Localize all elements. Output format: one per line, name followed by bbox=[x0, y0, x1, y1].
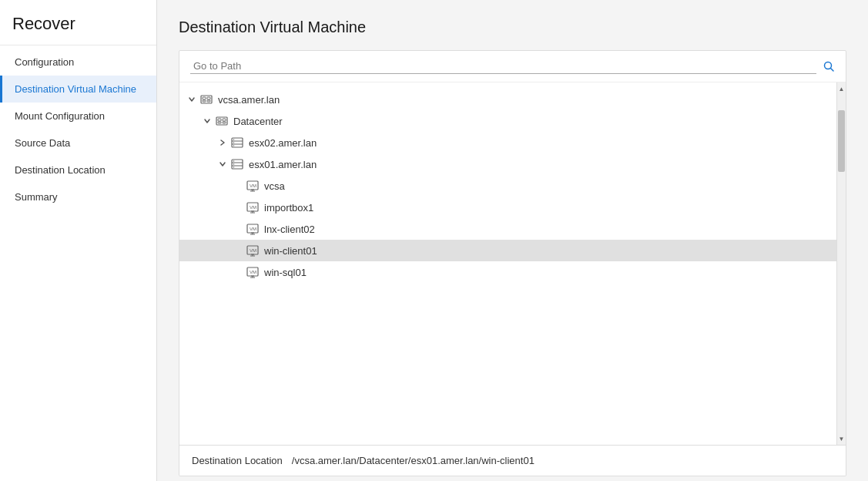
svg-rect-9 bbox=[223, 119, 226, 121]
svg-text:VM: VM bbox=[250, 270, 256, 274]
svg-text:VM: VM bbox=[250, 248, 256, 253]
app-title: Recover bbox=[0, 0, 156, 45]
tree-node-win-sql01[interactable]: VM win-sql01 bbox=[179, 261, 836, 283]
toggle-icon-esx02-amer-lan[interactable] bbox=[216, 136, 229, 149]
vm-icon: VM bbox=[246, 244, 260, 257]
svg-text:VM: VM bbox=[250, 205, 256, 210]
svg-point-23 bbox=[233, 166, 234, 167]
sidebar-item-mount-configuration[interactable]: Mount Configuration bbox=[0, 103, 156, 130]
svg-rect-11 bbox=[223, 122, 226, 123]
svg-rect-3 bbox=[203, 97, 206, 99]
scroll-down-arrow[interactable]: ▼ bbox=[837, 432, 846, 445]
svg-rect-10 bbox=[218, 122, 221, 123]
tree-node-esx02-amer-lan[interactable]: esx02.amer.lan bbox=[179, 132, 836, 153]
vm-icon: VM bbox=[246, 222, 260, 236]
svg-line-1 bbox=[831, 69, 834, 72]
svg-rect-5 bbox=[203, 100, 206, 102]
node-label-lnx-client02: lnx-client02 bbox=[264, 224, 315, 235]
toggle-icon-vcsa-amer-lan[interactable] bbox=[186, 93, 198, 106]
svg-text:VM: VM bbox=[250, 227, 256, 231]
toggle-icon-importbox1 bbox=[232, 201, 244, 214]
search-icon[interactable] bbox=[823, 60, 835, 72]
search-input[interactable] bbox=[190, 59, 816, 74]
tree-node-importbox1[interactable]: VM importbox1 bbox=[179, 197, 836, 218]
scrollbar-thumb[interactable] bbox=[838, 110, 845, 172]
vm-icon: VM bbox=[246, 179, 260, 193]
host-icon bbox=[230, 136, 244, 150]
sidebar-nav: ConfigurationDestination Virtual Machine… bbox=[0, 45, 156, 481]
page-title: Destination Virtual Machine bbox=[179, 18, 846, 36]
tree-node-datacenter[interactable]: Datacenter bbox=[179, 110, 836, 132]
sidebar-item-destination-vm[interactable]: Destination Virtual Machine bbox=[0, 76, 156, 103]
toggle-icon-win-sql01 bbox=[232, 266, 244, 278]
node-label-esx02-amer-lan: esx02.amer.lan bbox=[249, 137, 317, 149]
svg-rect-6 bbox=[207, 100, 210, 102]
tree-node-lnx-client02[interactable]: VM lnx-client02 bbox=[179, 218, 836, 240]
node-label-importbox1: importbox1 bbox=[264, 202, 313, 214]
sidebar-item-destination-location[interactable]: Destination Location bbox=[0, 156, 156, 183]
tree-panel: vcsa.amer.lan Datacenter esx02.amer.lan bbox=[179, 50, 846, 476]
node-label-datacenter: Datacenter bbox=[233, 116, 283, 127]
scroll-up-arrow[interactable]: ▲ bbox=[837, 82, 846, 95]
node-label-vcsa: vcsa bbox=[264, 180, 285, 192]
svg-point-22 bbox=[233, 163, 234, 164]
toggle-icon-win-client01 bbox=[232, 244, 244, 257]
host-icon bbox=[230, 157, 244, 171]
toggle-icon-esx01-amer-lan[interactable] bbox=[216, 158, 229, 170]
svg-rect-8 bbox=[218, 119, 221, 121]
node-label-win-sql01: win-sql01 bbox=[264, 267, 307, 278]
svg-point-17 bbox=[233, 145, 234, 146]
svg-text:VM: VM bbox=[250, 183, 256, 188]
sidebar: Recover ConfigurationDestination Virtual… bbox=[0, 0, 157, 481]
sidebar-item-configuration[interactable]: Configuration bbox=[0, 49, 156, 76]
destination-location-label: Destination Location bbox=[192, 455, 283, 466]
datacenter-icon bbox=[199, 92, 213, 106]
datacenter-icon bbox=[215, 114, 229, 128]
toggle-icon-vcsa bbox=[232, 180, 244, 192]
search-row bbox=[179, 51, 846, 82]
scrollbar-track bbox=[837, 95, 846, 432]
svg-point-16 bbox=[233, 142, 234, 143]
svg-point-15 bbox=[233, 139, 234, 140]
sidebar-item-source-data[interactable]: Source Data bbox=[0, 130, 156, 156]
tree-scroll-container: vcsa.amer.lan Datacenter esx02.amer.lan bbox=[179, 82, 846, 445]
toggle-icon-lnx-client02 bbox=[232, 223, 244, 235]
tree-content: vcsa.amer.lan Datacenter esx02.amer.lan bbox=[179, 82, 836, 445]
sidebar-item-summary[interactable]: Summary bbox=[0, 183, 156, 210]
destination-location-bar: Destination Location /vcsa.amer.lan/Data… bbox=[179, 445, 846, 476]
node-label-esx01-amer-lan: esx01.amer.lan bbox=[249, 159, 317, 170]
svg-rect-4 bbox=[207, 97, 210, 99]
vm-icon: VM bbox=[246, 265, 260, 279]
destination-location-value: /vcsa.amer.lan/Datacenter/esx01.amer.lan… bbox=[292, 455, 535, 466]
tree-node-esx01-amer-lan[interactable]: esx01.amer.lan bbox=[179, 153, 836, 175]
toggle-icon-datacenter[interactable] bbox=[201, 115, 213, 127]
tree-node-vcsa[interactable]: VM vcsa bbox=[179, 175, 836, 197]
tree-node-vcsa-amer-lan[interactable]: vcsa.amer.lan bbox=[179, 89, 836, 110]
tree-node-win-client01[interactable]: VM win-client01 bbox=[179, 240, 836, 261]
node-label-vcsa-amer-lan: vcsa.amer.lan bbox=[218, 94, 280, 106]
node-label-win-client01: win-client01 bbox=[264, 245, 317, 257]
main-content: Destination Virtual Machine bbox=[157, 0, 868, 481]
tree-scrollbar: ▲ ▼ bbox=[836, 82, 846, 445]
vm-icon: VM bbox=[246, 200, 260, 214]
svg-point-21 bbox=[233, 160, 234, 161]
